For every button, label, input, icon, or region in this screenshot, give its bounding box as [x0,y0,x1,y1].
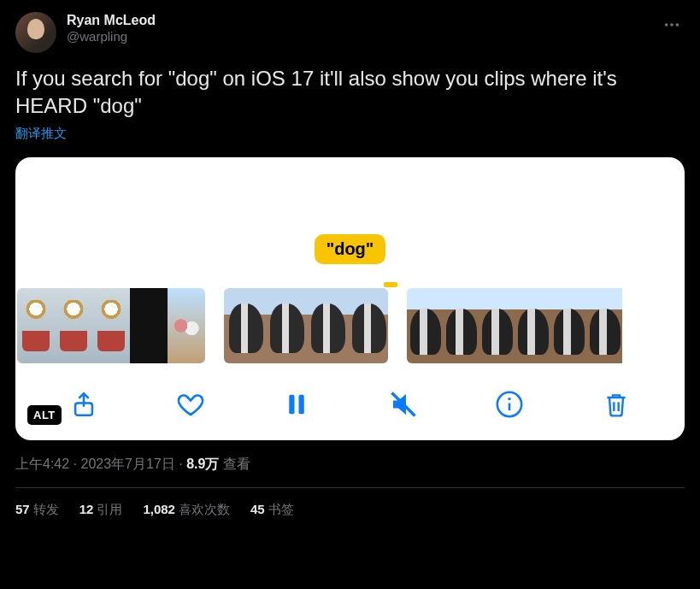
clip-group-2[interactable] [224,288,388,363]
stat-count: 1,082 [143,502,175,516]
search-bubble-wrap: "dog" [15,234,685,264]
clip-thumb [347,288,388,363]
clip-thumb [479,288,515,363]
stat-label: 引用 [97,502,122,516]
mute-icon [388,389,419,420]
clip-thumb [443,288,479,363]
delete-button[interactable] [597,386,635,423]
clip-thumb [55,288,92,363]
tweet-meta: 上午4:42 · 2023年7月17日 · 8.9万 查看 [15,456,685,474]
alt-badge[interactable]: ALT [27,405,62,425]
stat-label: 转发 [33,502,59,516]
retweets-stat[interactable]: 57转发 [15,502,59,518]
svg-rect-5 [299,395,304,415]
info-button[interactable] [491,386,528,423]
mute-button[interactable] [385,386,422,423]
pause-icon [284,390,309,419]
clip-thumb [515,288,550,363]
svg-point-1 [670,23,674,27]
heart-icon [175,389,206,420]
translate-link[interactable]: 翻译推文 [15,126,685,142]
clip-thumb [224,288,265,363]
media-toolbar [15,363,685,430]
author-names[interactable]: Ryan McLeod @warpling [67,12,659,45]
trash-icon [603,390,630,419]
more-button[interactable] [659,12,685,38]
search-bubble-tick [384,282,397,287]
clip-thumb [407,288,443,363]
clip-thumb [130,288,168,363]
tweet-stats: 57转发 12引用 1,082喜欢次数 45书签 [15,488,685,518]
clip-thumb [265,288,306,363]
like-button[interactable] [172,386,209,423]
views-count: 8.9万 [186,456,219,471]
quotes-stat[interactable]: 12引用 [79,502,123,518]
clip-thumb [586,288,622,363]
share-button[interactable] [65,386,103,423]
search-bubble: "dog" [315,234,386,264]
clip-thumb [92,288,130,363]
tweet-text: If you search for "dog" on iOS 17 it'll … [15,65,685,121]
tweet-header: Ryan McLeod @warpling [15,12,685,53]
clip-group-1[interactable] [17,288,205,363]
clip-group-3[interactable] [407,288,683,363]
author-handle: @warpling [67,29,659,45]
stat-count: 57 [15,502,30,516]
tweet-date[interactable]: 2023年7月17日 [80,456,174,471]
media-card[interactable]: "dog" [15,157,685,440]
media-whitespace [15,157,685,234]
clip-thumb [168,288,205,363]
share-icon [69,390,98,419]
svg-point-9 [509,398,511,400]
clip-thumb [306,288,347,363]
tweet-container: Ryan McLeod @warpling If you search for … [0,0,700,518]
stat-count: 45 [250,502,265,516]
clip-thumb [17,288,55,363]
views-label: 查看 [223,456,250,471]
bookmarks-stat[interactable]: 45书签 [250,502,294,518]
svg-point-2 [676,23,679,27]
likes-stat[interactable]: 1,082喜欢次数 [143,502,230,518]
ellipsis-icon [662,15,681,34]
info-icon [495,390,524,419]
svg-point-0 [665,23,668,27]
clip-thumb [550,288,586,363]
stat-label: 书签 [268,502,294,516]
stat-label: 喜欢次数 [179,502,230,516]
avatar[interactable] [15,12,56,53]
tweet-time[interactable]: 上午4:42 [15,456,69,471]
stat-count: 12 [79,502,94,516]
video-timeline[interactable] [15,288,685,363]
svg-rect-4 [290,395,295,415]
display-name: Ryan McLeod [67,12,659,29]
pause-button[interactable] [278,386,315,423]
